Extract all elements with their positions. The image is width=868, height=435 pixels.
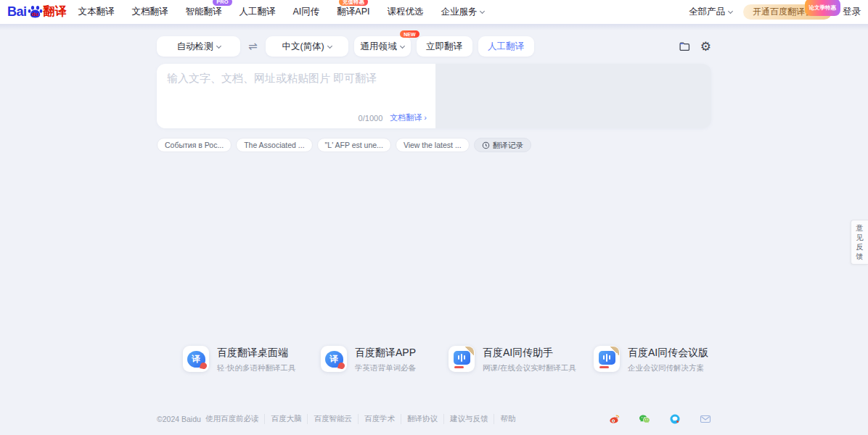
email-icon[interactable] <box>700 413 711 425</box>
human-translate-button[interactable]: 人工翻译 <box>478 36 534 57</box>
source-input-panel: 0/1000 文档翻译 › <box>157 64 435 128</box>
suggestion-chip[interactable]: "L' AFP est une... <box>317 138 391 152</box>
all-products-menu[interactable]: 全部产品 <box>689 6 732 18</box>
header-shadow <box>0 24 868 30</box>
weibo-icon[interactable] <box>608 413 620 425</box>
nav-courses[interactable]: 课程优选 <box>387 6 423 18</box>
translate-now-button[interactable]: 立即翻译 <box>417 36 472 57</box>
app-card-mobile-app[interactable]: 译 百度翻译APP 学英语背单词必备 <box>321 346 416 373</box>
app-subtitle: 网课/在线会议实时翻译工具 <box>483 363 576 373</box>
pro-badge: PRO <box>213 0 232 6</box>
nav-text-translate[interactable]: 文本翻译 <box>78 6 115 18</box>
input-footer: 0/1000 文档翻译 › <box>359 112 427 123</box>
translation-output-panel <box>435 64 711 128</box>
nav-ai-interpretation[interactable]: AI同传 <box>293 6 320 18</box>
footer-link[interactable]: 百度智能云 <box>307 414 358 424</box>
nav-smart-translate[interactable]: 智能翻译PRO <box>186 6 222 18</box>
header: Bai du 翻译 文本翻译 文档翻译 智能翻译PRO 人工翻译 AI同传 翻译… <box>0 0 868 24</box>
baidu-translate-logo[interactable]: Bai du 翻译 <box>7 4 67 20</box>
main-nav: 文本翻译 文档翻译 智能翻译PRO 人工翻译 AI同传 翻译API充值特惠 课程… <box>78 6 485 18</box>
footer-social-icons <box>608 413 711 425</box>
baidu-translate-desktop-icon: 译 <box>183 346 209 372</box>
settings-gear-icon[interactable]: ⚙ <box>700 41 711 53</box>
footer-link[interactable]: 百度大脑 <box>264 414 307 424</box>
chevron-down-icon <box>480 9 485 14</box>
ai-interpretation-icon <box>449 346 475 372</box>
copyright: ©2024 Baidu <box>157 415 201 423</box>
footer-link[interactable]: 百度学术 <box>358 414 401 424</box>
suggestion-chip[interactable]: View the latest ... <box>396 138 470 152</box>
swap-languages-icon[interactable]: ⇌ <box>248 40 258 53</box>
nav-enterprise-services[interactable]: 企业服务 <box>441 6 484 18</box>
logo-text-fanyi: 翻译 <box>44 4 67 20</box>
chevron-down-icon <box>728 9 733 14</box>
feedback-tab[interactable]: 意见 反馈 <box>851 220 868 265</box>
suggestion-chip[interactable]: The Associated ... <box>236 138 312 152</box>
footer-links: ©2024 Baidu 使用百度前必读 百度大脑 百度智能云 百度学术 翻译协议… <box>157 414 521 424</box>
nav-human-translate[interactable]: 人工翻译 <box>239 6 276 18</box>
app-promo-row: 译 百度翻译桌面端 轻·快的多语种翻译工具 译 百度翻译APP 学英语背单词必备 <box>0 346 868 384</box>
paper-season-promo-badge: 论文季特惠 <box>805 0 841 16</box>
wechat-icon[interactable] <box>639 413 650 425</box>
footer: ©2024 Baidu 使用百度前必读 百度大脑 百度智能云 百度学术 翻译协议… <box>157 413 711 425</box>
baidu-translate-page: Bai du 翻译 文本翻译 文档翻译 智能翻译PRO 人工翻译 AI同传 翻译… <box>0 0 868 435</box>
login-button[interactable]: 登录 <box>843 6 861 18</box>
translate-toolbar: 自动检测 ⇌ 中文(简体) 通用领域 NEW 立即翻译 人工翻译 ⚙ <box>157 36 711 57</box>
footer-link[interactable]: 使用百度前必读 <box>205 414 265 424</box>
char-count: 0/1000 <box>359 114 383 123</box>
nav-doc-translate[interactable]: 文档翻译 <box>132 6 168 18</box>
source-text-input[interactable] <box>157 64 435 106</box>
app-title: 百度翻译桌面端 <box>217 347 296 360</box>
translation-history-button[interactable]: 翻译记录 <box>474 138 531 152</box>
header-right: 全部产品 开通百度翻译会员 论文季特惠 登录 <box>689 4 861 20</box>
chevron-down-icon <box>216 43 221 48</box>
ai-interpretation-meeting-icon <box>594 346 620 372</box>
app-subtitle: 企业会议同传解决方案 <box>628 363 708 373</box>
app-card-ai-interpretation-meeting[interactable]: 百度AI同传会议版 企业会议同传解决方案 <box>594 346 708 373</box>
chevron-down-icon <box>400 43 405 48</box>
translate-card: 0/1000 文档翻译 › <box>157 64 711 128</box>
app-card-desktop[interactable]: 译 百度翻译桌面端 轻·快的多语种翻译工具 <box>183 346 296 373</box>
open-vip-button[interactable]: 开通百度翻译会员 论文季特惠 <box>743 4 832 20</box>
chevron-down-icon <box>327 43 332 48</box>
clock-icon <box>482 141 490 149</box>
source-language-dropdown[interactable]: 自动检测 <box>157 36 240 57</box>
recharge-promo-badge: 充值特惠 <box>339 0 368 6</box>
baidu-paw-icon: du <box>28 4 43 20</box>
app-title: 百度AI同传助手 <box>483 347 576 360</box>
toolbar-icons: ⚙ <box>679 41 711 53</box>
footer-link[interactable]: 建议与反馈 <box>443 414 494 424</box>
app-subtitle: 学英语背单词必备 <box>355 363 416 373</box>
app-card-ai-interpretation-assistant[interactable]: 百度AI同传助手 网课/在线会议实时翻译工具 <box>449 346 576 373</box>
target-language-dropdown[interactable]: 中文(简体) <box>266 36 348 57</box>
doc-translate-link[interactable]: 文档翻译 › <box>390 112 427 123</box>
footer-link[interactable]: 翻译协议 <box>401 414 443 424</box>
footer-link[interactable]: 帮助 <box>494 414 521 424</box>
domain-dropdown[interactable]: 通用领域 NEW <box>354 36 411 57</box>
logo-text-du: du <box>31 11 38 17</box>
logo-text-bai: Bai <box>7 4 27 20</box>
tieba-chat-icon[interactable] <box>669 413 681 425</box>
new-badge: NEW <box>400 30 419 38</box>
suggestion-chips: События в Рос... The Associated ... "L' … <box>157 138 711 152</box>
suggestion-chip[interactable]: События в Рос... <box>157 138 232 152</box>
app-subtitle: 轻·快的多语种翻译工具 <box>217 363 296 373</box>
nav-translate-api[interactable]: 翻译API充值特惠 <box>337 6 369 18</box>
folder-icon[interactable] <box>679 41 691 53</box>
app-title: 百度AI同传会议版 <box>628 347 708 360</box>
app-title: 百度翻译APP <box>355 347 416 360</box>
baidu-translate-app-icon: 译 <box>321 346 347 372</box>
